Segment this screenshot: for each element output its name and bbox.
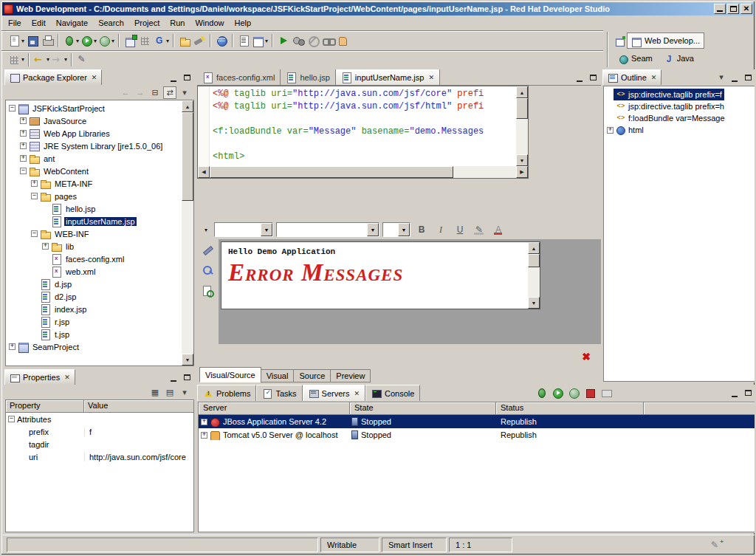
external-tools-button[interactable]: ▾ [97, 32, 115, 49]
font-color-button[interactable]: A [490, 222, 506, 237]
close-tab-icon[interactable]: ✕ [354, 390, 360, 397]
tree-item-seamproject[interactable]: +SeamProject [6, 340, 182, 353]
editor-tab-faces-config-xml[interactable]: faces-config.xml [197, 69, 281, 85]
combo-dropdown-icon[interactable]: ▼ [261, 223, 272, 236]
column-header-server[interactable]: Server [199, 402, 350, 415]
expander-icon[interactable]: + [20, 143, 27, 149]
tab-source[interactable]: Source [293, 369, 331, 382]
forward-history-button[interactable]: ▾ [50, 52, 68, 68]
editor-tab-inputusername-jsp[interactable]: inputUserName.jsp✕ [336, 69, 440, 85]
maximize-view-button[interactable] [741, 387, 755, 399]
back-button[interactable]: ← [119, 86, 132, 99]
vertical-scrollbar[interactable]: ▲ ▼ [182, 100, 193, 365]
minimize-view-button[interactable] [728, 72, 741, 83]
stop-button[interactable] [306, 32, 320, 49]
link-with-editor-button[interactable]: ⇄ [163, 86, 176, 99]
scrollbar-thumb[interactable] [210, 166, 453, 178]
highlight-color-button[interactable]: ✎ [471, 222, 487, 237]
scroll-right-button[interactable]: ▶ [516, 166, 528, 178]
scroll-down-button[interactable]: ▼ [528, 297, 540, 309]
tree-item-index-jsp[interactable]: index.jsp [6, 303, 182, 315]
insert-mode-status[interactable]: Smart Insert [382, 538, 447, 552]
publish-server-button[interactable] [599, 385, 614, 401]
synchronize-button[interactable] [291, 32, 306, 49]
outline-item-f-loadbundle-var-message[interactable]: <>f:loadBundle var=Message [604, 112, 755, 124]
tree-item-web-xml[interactable]: web.xml [6, 265, 182, 278]
expander-icon[interactable]: + [20, 117, 27, 124]
bold-button[interactable]: B [413, 222, 430, 237]
scrollbar-track[interactable] [528, 267, 540, 297]
tree-item-d2-jsp[interactable]: d2.jsp [6, 290, 182, 303]
property-row-attributes[interactable]: −Attributes [6, 413, 193, 425]
minimize-button[interactable] [714, 4, 726, 14]
minimize-view-button[interactable] [167, 72, 180, 83]
close-button[interactable]: ✕ [740, 4, 752, 14]
debug-button[interactable]: ▾ [62, 32, 80, 49]
start-server-button[interactable] [551, 385, 566, 401]
menu-edit[interactable]: Edit [27, 17, 51, 29]
vpe-refresh-button[interactable] [200, 284, 216, 299]
report-button[interactable] [236, 32, 251, 49]
search-button[interactable] [192, 32, 207, 49]
perspective-web-develop[interactable]: Web Develop... [627, 32, 704, 49]
tree-item-d-jsp[interactable]: d.jsp [6, 278, 182, 290]
font-size-combo[interactable]: ▼ [382, 222, 410, 237]
outline-item-jsp-directive-taglib-prefix-h[interactable]: <>jsp:directive.taglib prefix=h [604, 100, 755, 112]
expander-icon[interactable]: + [20, 130, 27, 137]
minimize-editor-button[interactable] [573, 72, 586, 83]
combo-dropdown-icon[interactable]: ▼ [398, 223, 410, 236]
properties-tab[interactable]: Properties ✕ [4, 369, 75, 385]
forward-button[interactable]: → [134, 86, 147, 99]
expander-icon[interactable]: − [9, 105, 16, 111]
vpe-zoom-button[interactable] [200, 263, 216, 278]
debug-server-button[interactable] [535, 385, 549, 401]
collapse-all-button[interactable]: ⊟ [148, 86, 162, 99]
scroll-up-button[interactable]: ▲ [528, 242, 540, 254]
expander-icon[interactable]: + [9, 343, 16, 350]
package-explorer-tab[interactable]: Package Explorer ✕ [4, 69, 102, 85]
menu-help[interactable]: Help [230, 17, 257, 29]
maximize-editor-button[interactable] [586, 72, 599, 83]
tree-item-web-app-libraries[interactable]: +Web App Libraries [6, 127, 182, 140]
print-button[interactable] [40, 32, 55, 49]
source-code[interactable]: <%@ taglib uri="http://java.sun.com/jsf/… [210, 86, 516, 166]
expander-icon[interactable]: − [31, 230, 38, 237]
document-scrollbar[interactable]: ▲ ▼ [528, 242, 540, 309]
tree-item-inputusername-jsp[interactable]: inputUserName.jsp [6, 215, 182, 227]
mark-occurrences-button[interactable] [75, 52, 90, 68]
vpe-preferences-button[interactable] [200, 242, 216, 258]
back-history-button[interactable]: ▾ [32, 52, 50, 68]
column-header-status[interactable]: Status [496, 402, 644, 415]
minimize-view-button[interactable] [167, 371, 180, 383]
tree-item-hello-jsp[interactable]: hello.jsp [6, 202, 182, 215]
menu-search[interactable]: Search [93, 17, 129, 29]
close-view-icon[interactable]: ✕ [64, 374, 70, 381]
drag-hand-button[interactable] [335, 32, 350, 49]
tab-tasks[interactable]: Tasks [256, 385, 302, 401]
run-on-server-button[interactable] [276, 32, 291, 49]
scrollbar-track[interactable] [516, 119, 528, 154]
scroll-up-button[interactable]: ▲ [182, 100, 193, 112]
outline-tab[interactable]: Outline ✕ [602, 69, 662, 85]
outline-item-jsp-directive-taglib-prefix-f[interactable]: <>jsp:directive.taglib prefix=f [604, 89, 755, 100]
tree-item-pages[interactable]: −pages [6, 190, 182, 202]
scroll-down-button[interactable]: ▼ [516, 154, 528, 166]
expander-icon[interactable]: − [20, 168, 27, 174]
web-browser-button[interactable] [214, 32, 229, 49]
scrollbar-thumb[interactable] [516, 98, 528, 119]
save-button[interactable] [25, 32, 40, 49]
menu-run[interactable]: Run [165, 17, 190, 29]
titlebar[interactable]: Web Development - C:/Documents and Setti… [2, 2, 754, 16]
tab-visual-source[interactable]: Visual/Source [199, 367, 261, 382]
font-name-combo[interactable]: ▼ [276, 222, 379, 237]
expander-icon[interactable]: + [607, 127, 614, 134]
maximize-button[interactable] [727, 4, 739, 14]
column-header-property[interactable]: Property [6, 400, 84, 413]
menu-window[interactable]: Window [190, 17, 229, 29]
italic-button[interactable]: I [433, 222, 449, 237]
tree-item-ant[interactable]: +ant [6, 152, 182, 165]
new-getter-button[interactable]: ▾ [152, 32, 170, 49]
column-header-value[interactable]: Value [84, 400, 193, 413]
scroll-left-button[interactable]: ◀ [198, 166, 210, 178]
server-row-tomcat-v5-0-server-localhost[interactable]: +Tomcat v5.0 Server @ localhostStoppedRe… [199, 428, 755, 442]
